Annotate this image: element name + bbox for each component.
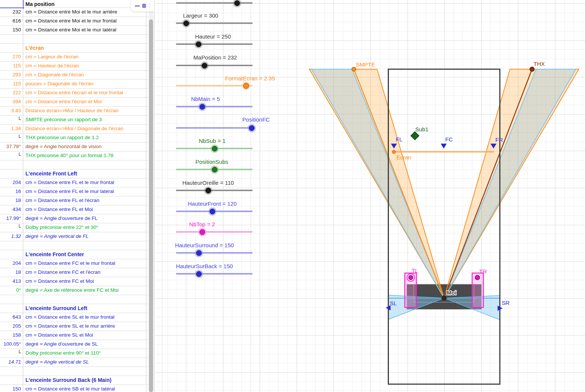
cell-value[interactable]: 232	[0, 8, 23, 16]
cell-value[interactable]: 394	[0, 98, 23, 106]
slider-track[interactable]	[176, 2, 253, 4]
cell-description[interactable]: cm = Distance entre FL et le mur frontal	[23, 178, 146, 187]
selection-drag-handle[interactable]	[22, 7, 24, 9]
cell-description[interactable]: L'enceinte Surround Back (6 Main)	[23, 376, 146, 385]
cell-description[interactable]: L'écran	[23, 44, 146, 52]
slider-knob[interactable]	[202, 63, 207, 68]
cell-value[interactable]: 434	[0, 205, 23, 214]
slider-knob[interactable]	[199, 104, 205, 110]
cell-description[interactable]	[23, 295, 146, 304]
slider-track[interactable]	[176, 148, 253, 149]
table-scrollbar-thumb[interactable]	[149, 19, 153, 392]
cell-value[interactable]	[0, 304, 23, 313]
cell-description[interactable]: degré = Angle d'ouverture de SL	[23, 340, 146, 349]
cell-value[interactable]: 37.78°	[0, 143, 23, 151]
smpte-point[interactable]	[352, 67, 356, 71]
slider-track[interactable]	[176, 22, 253, 24]
slider-track[interactable]	[176, 43, 253, 45]
cell-description[interactable]: cm = Distance entre l'écran et Moi	[23, 98, 146, 106]
cell-value[interactable]: 150	[0, 26, 23, 34]
cell-description[interactable]: degré = Angle d'ouverture de FL	[23, 214, 146, 223]
cell-value[interactable]: 17.99°	[0, 214, 23, 223]
cell-value[interactable]: 3.43	[0, 107, 23, 115]
slider-track[interactable]	[176, 106, 253, 107]
cell-description[interactable]: THX préconise un rapport de 1.2	[23, 134, 146, 142]
slider-knob[interactable]	[234, 0, 240, 6]
cell-description[interactable]: degré = Angle horizontal de vision	[23, 143, 146, 151]
minimize-icon[interactable]	[135, 5, 140, 7]
listener-point[interactable]	[442, 296, 447, 301]
cell-description[interactable]: cm = Distance entre SL et Moi	[23, 331, 146, 340]
keyboard-icon[interactable]	[142, 4, 146, 8]
cell-value[interactable]: └	[0, 223, 23, 232]
cell-value[interactable]: └	[0, 349, 23, 358]
slider-knob[interactable]	[183, 21, 189, 26]
cell-description[interactable]: cm = Distance entre Moi et le mur fronta…	[23, 17, 146, 25]
subwoofer-marker[interactable]	[411, 132, 419, 140]
slider-knob[interactable]	[243, 83, 249, 89]
cell-description[interactable]: SMPTE préconise un rapport de 3	[23, 116, 146, 124]
slider-knob[interactable]	[210, 209, 215, 214]
cell-value[interactable]: 1.34	[0, 125, 23, 133]
cell-value[interactable]: 150	[0, 385, 23, 392]
slider-knob[interactable]	[249, 125, 255, 131]
cell-value[interactable]	[0, 35, 23, 43]
thx-point[interactable]	[530, 67, 534, 71]
cell-description[interactable]: cm = Distance entre FL et l'écran	[23, 196, 146, 205]
cell-description[interactable]: Dolby préconise entre 90° et 110°	[23, 349, 146, 358]
slider-track[interactable]	[176, 231, 253, 233]
cell-description[interactable]: cm = Largeur de l'écran	[23, 53, 146, 61]
cell-value[interactable]	[0, 160, 23, 169]
cell-description[interactable]: degré = Angle vertical de FL	[23, 232, 146, 241]
cell-value[interactable]: 115	[0, 62, 23, 70]
cell-value[interactable]: 0°	[0, 286, 23, 295]
cell-description[interactable]: cm = Distance entre FL et Moi	[23, 205, 146, 214]
cell-value[interactable]	[0, 44, 23, 52]
slider-knob[interactable]	[205, 188, 211, 193]
slider-track[interactable]	[176, 190, 253, 191]
cell-value[interactable]	[0, 250, 23, 259]
cell-description[interactable]: cm = Distance entre FC et Moi	[23, 277, 146, 286]
cell-value[interactable]: 222	[0, 89, 23, 97]
slider-track[interactable]	[176, 169, 253, 170]
slider-track[interactable]	[176, 85, 253, 86]
cell-description[interactable]	[23, 160, 146, 169]
cell-value[interactable]	[0, 367, 23, 376]
cell-value[interactable]: 270	[0, 53, 23, 61]
slider-track[interactable]	[176, 273, 253, 275]
cell-description[interactable]: L'enceinte Front Center	[23, 250, 146, 259]
cell-description[interactable]: degré = Angle vertical de SL	[23, 358, 146, 367]
cell-description[interactable]: L'enceinte Front Left	[23, 169, 146, 178]
slider-track[interactable]	[176, 211, 253, 212]
cell-value[interactable]: 643	[0, 313, 23, 322]
cell-value[interactable]: 18	[0, 196, 23, 205]
cell-description[interactable]: Dolby préconise entre 22° et 30°	[23, 223, 146, 232]
slider-knob[interactable]	[196, 42, 201, 47]
cell-value[interactable]: 100.05°	[0, 340, 23, 349]
cell-description[interactable]: cm = Distance entre Moi et le mur latéra…	[23, 26, 146, 34]
cell-description[interactable]: cm = Distance entre FC et l'écran	[23, 268, 146, 277]
cell-description[interactable]: cm = Distance entre Moi et le mur arrièr…	[23, 8, 146, 16]
slider-track[interactable]	[176, 127, 253, 129]
cell-value[interactable]: 616	[0, 17, 23, 25]
slider-knob[interactable]	[196, 250, 202, 256]
cell-description[interactable]: cm = Distance entre l'écran et le mur fr…	[23, 89, 146, 97]
top-left-speaker-point[interactable]	[409, 276, 413, 280]
cell-description[interactable]: Distance écran=>Moi / Diagonale de l'écr…	[23, 125, 146, 133]
cell-description[interactable]: cm = Distance entre SL et le mur frontal	[23, 313, 146, 322]
screen-point[interactable]	[392, 150, 396, 154]
cell-value[interactable]: 204	[0, 259, 23, 268]
front-center-speaker-marker[interactable]	[441, 144, 447, 148]
cell-value[interactable]	[0, 169, 23, 178]
cell-description[interactable]: Distance écran=>Moi / Hauteur de l'écran	[23, 107, 146, 115]
cell-description[interactable]: cm = Distance entre FL et le mur latéral	[23, 187, 146, 196]
cell-value[interactable]	[0, 295, 23, 304]
cell-value[interactable]: └	[0, 134, 23, 142]
cell-value[interactable]: 158	[0, 331, 23, 340]
cell-value[interactable]	[0, 241, 23, 250]
cell-description[interactable]: L'enceinte Surround Left	[23, 304, 146, 313]
cell-description[interactable]	[23, 35, 146, 43]
cell-description[interactable]: cm = Hauteur de l'écran	[23, 62, 146, 70]
cell-value[interactable]: 115	[0, 80, 23, 88]
top-right-speaker-point[interactable]	[475, 275, 480, 280]
